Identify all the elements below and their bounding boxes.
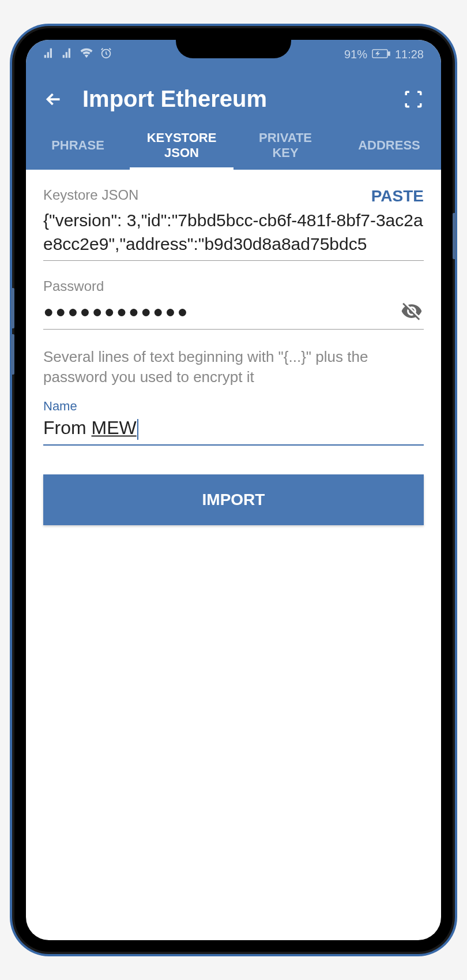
battery-icon <box>372 48 390 61</box>
alarm-icon <box>100 47 112 62</box>
page-title: Import Ethereum <box>82 86 385 112</box>
keystore-input[interactable]: {"version": 3,"id":"7bbd5bcc-cb6f-481f-8… <box>43 209 424 261</box>
battery-percent: 91% <box>344 48 367 61</box>
name-label: Name <box>43 399 424 414</box>
phone-notch <box>176 40 291 58</box>
keystore-label: Keystore JSON <box>43 187 424 203</box>
back-button[interactable] <box>42 88 65 111</box>
wifi-icon <box>80 47 93 62</box>
password-input[interactable]: ●●●●●●●●●●●● <box>43 302 401 321</box>
svg-rect-1 <box>372 50 387 58</box>
tab-keystore-json[interactable]: KEYSTOREJSON <box>130 124 233 170</box>
name-input[interactable]: From MEW <box>43 417 424 446</box>
tab-address[interactable]: ADDRESS <box>337 124 441 170</box>
tab-private-key[interactable]: PRIVATEKEY <box>233 124 337 170</box>
app-header: Import Ethereum <box>26 69 441 124</box>
password-label: Password <box>43 278 424 294</box>
svg-rect-2 <box>388 52 390 55</box>
status-time: 11:28 <box>395 48 424 61</box>
helper-text: Several lines of text beginning with "{.… <box>43 347 424 387</box>
paste-button[interactable]: PASTE <box>371 187 424 205</box>
signal-icon-1 <box>43 47 55 62</box>
signal-icon-2 <box>62 47 73 62</box>
tab-phrase[interactable]: PHRASE <box>26 124 130 170</box>
import-button[interactable]: IMPORT <box>43 474 424 525</box>
scan-qr-button[interactable] <box>402 88 425 111</box>
import-tabs: PHRASE KEYSTOREJSON PRIVATEKEY ADDRESS <box>26 124 441 170</box>
toggle-password-visibility-icon[interactable] <box>401 300 424 323</box>
